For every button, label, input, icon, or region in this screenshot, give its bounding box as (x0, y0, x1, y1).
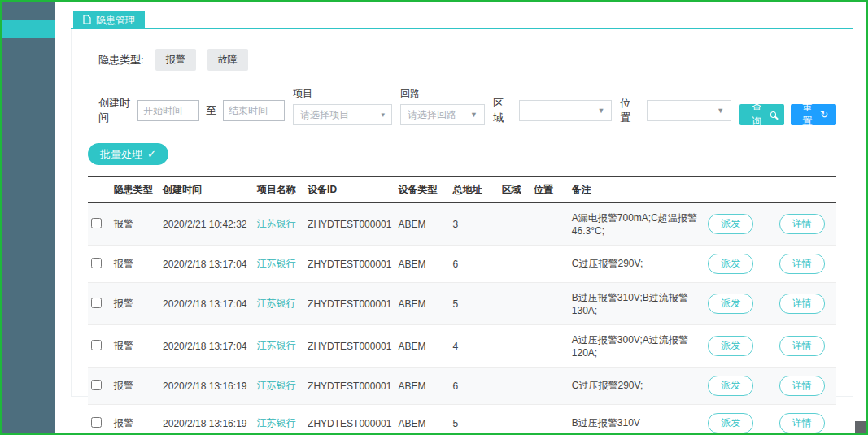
cell-project-name[interactable]: 江苏银行 (254, 246, 304, 283)
cell-region (499, 368, 530, 405)
chevron-down-icon: ▼ (717, 107, 724, 115)
cell-project-name[interactable]: 江苏银行 (254, 203, 304, 246)
circuit-select-placeholder: 请选择回路 (408, 108, 456, 122)
cell-address: 3 (449, 203, 498, 246)
cell-create-time: 2020/2/18 13:17:04 (159, 246, 254, 283)
header-device-type: 设备类型 (395, 177, 449, 203)
cell-address: 6 (449, 246, 498, 283)
cell-device-id: ZHYDTEST000001 (304, 246, 395, 283)
cell-remark: A漏电报警700mA;C超温报警46.3°C; (569, 203, 705, 246)
table-row: 报警 2020/2/18 13:16:19 江苏银行 ZHYDTEST00000… (88, 405, 836, 433)
tab-hazard-management[interactable]: 隐患管理 (73, 11, 145, 29)
position-group: 位置 ▼ (620, 96, 731, 125)
dispatch-button[interactable]: 派发 (708, 214, 753, 234)
cell-position (530, 283, 569, 325)
end-time-input[interactable] (223, 100, 285, 121)
cell-hazard-type: 报警 (111, 405, 159, 433)
scrollbar-thumb[interactable] (855, 421, 866, 433)
batch-process-button[interactable]: 批量处理 ✓ (88, 143, 168, 165)
cell-hazard-type: 报警 (111, 246, 159, 283)
hazard-type-label: 隐患类型: (98, 53, 144, 67)
dispatch-button[interactable]: 派发 (708, 294, 753, 314)
cell-position (530, 203, 569, 246)
create-time-group: 创建时间 至 (98, 96, 285, 125)
cell-hazard-type: 报警 (111, 368, 159, 405)
cell-position (530, 246, 569, 283)
start-time-input[interactable] (137, 100, 199, 121)
circuit-select[interactable]: 请选择回路 ▼ (400, 104, 485, 125)
row-checkbox[interactable] (91, 298, 102, 308)
detail-button[interactable]: 详情 (779, 294, 825, 314)
table-row: 报警 2020/2/18 13:16:19 江苏银行 ZHYDTEST00000… (88, 368, 836, 405)
table-row: 报警 2020/2/18 13:17:04 江苏银行 ZHYDTEST00000… (88, 246, 836, 283)
header-actions-col (704, 177, 836, 203)
header-hazard-type: 隐患类型 (111, 177, 159, 203)
type-alarm-button[interactable]: 报警 (155, 49, 196, 71)
cell-project-name[interactable]: 江苏银行 (254, 405, 304, 433)
content-card: 隐患类型: 报警 故障 创建时间 至 项目 请选择项目 (71, 29, 853, 397)
cell-create-time: 2020/2/18 13:16:19 (159, 405, 254, 433)
cell-project-name[interactable]: 江苏银行 (254, 283, 304, 325)
cell-remark: C过压报警290V; (569, 368, 705, 405)
table-row: 报警 2020/2/18 13:17:04 江苏银行 ZHYDTEST00000… (88, 283, 836, 325)
sidebar-active-item[interactable] (2, 20, 55, 38)
dispatch-button[interactable]: 派发 (708, 336, 753, 356)
cell-project-name[interactable]: 江苏银行 (254, 368, 304, 405)
header-position: 位置 (530, 177, 569, 203)
cell-device-id: ZHYDTEST000001 (304, 325, 395, 368)
cell-device-type: ABEM (395, 203, 449, 246)
cell-region (499, 283, 530, 325)
header-create-time: 创建时间 (159, 177, 254, 203)
cell-create-time: 2020/2/18 13:17:04 (159, 283, 254, 325)
position-label: 位置 (620, 96, 639, 125)
document-icon (83, 15, 91, 27)
cell-device-type: ABEM (395, 405, 449, 433)
circuit-group: 回路 请选择回路 ▼ (400, 87, 485, 125)
row-checkbox[interactable] (91, 258, 102, 268)
cell-device-id: ZHYDTEST000001 (304, 368, 395, 405)
cell-create-time: 2020/2/21 10:42:32 (159, 203, 254, 246)
page-background: 隐患管理 隐患类型: 报警 故障 创建时间 至 (2, 2, 866, 433)
cell-position (530, 405, 569, 433)
row-checkbox[interactable] (91, 417, 102, 428)
header-address: 总地址 (449, 177, 498, 203)
header-remark: 备注 (569, 177, 705, 203)
region-label: 区域 (493, 96, 513, 125)
region-select[interactable]: ▼ (519, 100, 612, 121)
cell-position (530, 325, 569, 368)
search-icon (770, 111, 776, 118)
type-fault-button[interactable]: 故障 (207, 49, 248, 71)
cell-device-id: ZHYDTEST000001 (304, 283, 395, 325)
reset-button-label: 重置 (799, 101, 816, 128)
position-select[interactable]: ▼ (647, 100, 731, 121)
search-button[interactable]: 查询 (739, 104, 784, 125)
detail-button[interactable]: 详情 (779, 413, 825, 433)
detail-button[interactable]: 详情 (779, 376, 825, 396)
main-content: 隐患管理 隐患类型: 报警 故障 创建时间 至 (55, 2, 866, 433)
dispatch-button[interactable]: 派发 (708, 413, 753, 433)
check-icon: ✓ (147, 148, 156, 160)
detail-button[interactable]: 详情 (779, 336, 825, 356)
dispatch-button[interactable]: 派发 (708, 254, 753, 274)
filter-row: 创建时间 至 项目 请选择项目 ▾ 回路 (98, 87, 836, 125)
dispatch-button[interactable]: 派发 (708, 376, 753, 396)
reset-button[interactable]: 重置 ↻ (791, 104, 836, 125)
cell-address: 5 (449, 405, 498, 433)
row-checkbox[interactable] (91, 380, 102, 390)
header-device-id: 设备ID (304, 177, 395, 203)
detail-button[interactable]: 详情 (779, 214, 825, 234)
cell-hazard-type: 报警 (111, 203, 159, 246)
cell-region (499, 203, 530, 246)
region-group: 区域 ▼ (493, 96, 612, 125)
project-select[interactable]: 请选择项目 ▾ (293, 104, 392, 125)
header-project-name: 项目名称 (254, 177, 304, 203)
cell-remark: B过压报警310V;B过流报警130A; (569, 283, 705, 325)
detail-button[interactable]: 详情 (779, 254, 825, 274)
table-body: 报警 2020/2/21 10:42:32 江苏银行 ZHYDTEST00000… (88, 203, 836, 433)
cell-remark: B过压报警310V (569, 405, 705, 433)
page-frame: 隐患管理 隐患类型: 报警 故障 创建时间 至 (0, 0, 868, 435)
cell-project-name[interactable]: 江苏银行 (254, 325, 304, 368)
cell-address: 5 (449, 283, 498, 325)
row-checkbox[interactable] (91, 218, 102, 228)
row-checkbox[interactable] (91, 340, 102, 350)
